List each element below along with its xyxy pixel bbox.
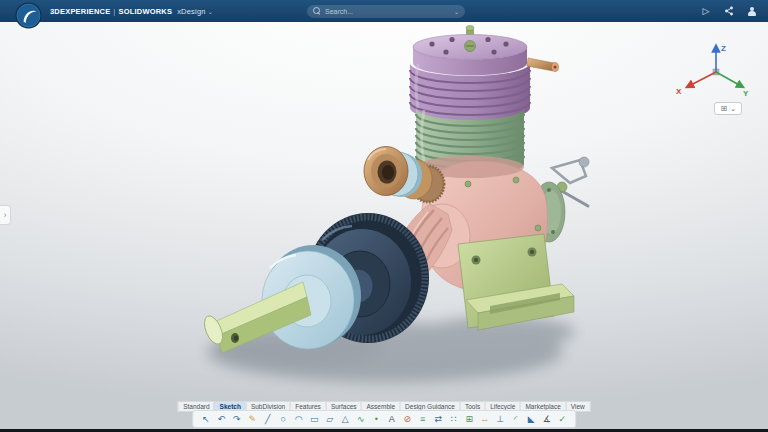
brand-3dexperience: 3DEXPERIENCE [50,7,110,16]
share-icon[interactable] [723,5,735,17]
triad-y-label: Y [743,89,749,98]
orientation-triad[interactable]: Z X Y [672,36,754,100]
polygon-icon[interactable]: △ [339,413,352,426]
app-chevron-down-icon[interactable]: ⌄ [208,8,213,15]
pattern-icon[interactable]: ∷ [447,413,460,426]
constraint-icon[interactable]: ⊥ [494,413,507,426]
play-icon[interactable]: ▷ [700,5,712,17]
view-chevron-down-icon: ⌄ [730,105,736,113]
engine-mount-part[interactable] [458,234,574,330]
engine-model-viewport[interactable] [0,0,768,432]
convert-entities-icon[interactable]: ⊞ [463,413,476,426]
view-options-dropdown[interactable]: ⊞ ⌄ [714,102,742,115]
search-bar[interactable]: ⌄ [307,5,465,18]
measure-icon[interactable]: ∡ [540,413,553,426]
fuel-nipple-part[interactable] [527,58,559,72]
rectangle-icon[interactable]: ▭ [308,413,321,426]
app-title: 3DEXPERIENCE | SOLIDWORKS xDesign ⌄ [50,0,213,22]
circle-icon[interactable]: ○ [277,413,290,426]
sketch-icon[interactable]: ✎ [246,413,259,426]
redo-icon[interactable]: ↷ [230,413,243,426]
triad-x-label: X [676,87,682,96]
panel-expand-arrow[interactable]: › [0,205,11,225]
line-icon[interactable]: ╱ [261,413,274,426]
text-icon[interactable]: A [385,413,398,426]
search-input[interactable] [325,8,450,15]
mirror-icon[interactable]: ⇄ [432,413,445,426]
arc-icon[interactable]: ◠ [292,413,305,426]
select-icon[interactable]: ↖ [199,413,212,426]
exit-sketch-icon[interactable]: ✓ [556,413,569,426]
offset-icon[interactable]: ≡ [416,413,429,426]
triad-z-label: Z [721,44,726,53]
bottom-toolbar: ↖↶↷✎╱○◠▭▱△∿•A⊘≡⇄∷⊞↔⊥◜◣∡✓ [192,410,576,428]
brand-separator: | [113,7,115,16]
topbar-right-icons: ▷ [700,0,758,22]
3dexperience-compass-logo[interactable] [15,2,42,29]
undo-icon[interactable]: ↶ [215,413,228,426]
brand-solidworks: SOLIDWORKS [119,7,173,16]
trim-icon[interactable]: ⊘ [401,413,414,426]
point-icon[interactable]: • [370,413,383,426]
spline-icon[interactable]: ∿ [354,413,367,426]
search-chevron-down-icon[interactable]: ⌄ [454,8,459,15]
chamfer-icon[interactable]: ◣ [525,413,538,426]
triad-y-axis[interactable] [716,72,741,86]
fillet-icon[interactable]: ◜ [509,413,522,426]
view-grid-icon: ⊞ [720,104,727,113]
app-name[interactable]: xDesign [177,7,206,16]
dimension-icon[interactable]: ↔ [478,413,491,426]
user-icon[interactable] [746,5,758,17]
triad-x-axis[interactable] [689,72,716,86]
search-icon [313,7,321,15]
slot-icon[interactable]: ▱ [323,413,336,426]
cylinder-head-part[interactable] [410,26,530,122]
